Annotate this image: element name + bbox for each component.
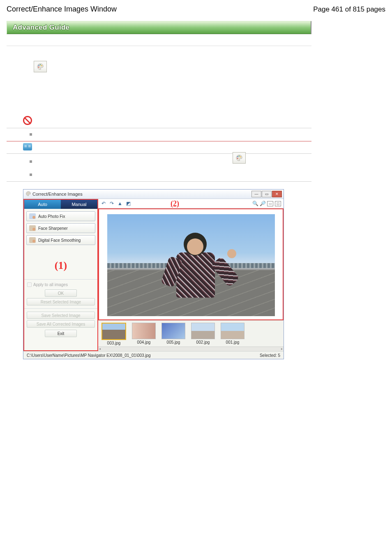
status-selected: Selected: 5 [260, 353, 280, 358]
left-panel: Auto Manual Auto Photo Fix Face Sharpene… [23, 199, 98, 351]
minimize-button[interactable]: — [251, 191, 261, 197]
window-title-text: Correct/Enhance Images [32, 192, 83, 197]
apply-all-checkbox[interactable]: Apply to all images [27, 281, 95, 288]
flip-icon[interactable]: ▲ [117, 201, 123, 206]
maximize-button[interactable]: ▭ [262, 191, 272, 197]
thumbnail-label: 001.jpg [226, 340, 240, 345]
thumbnail[interactable]: 002.jpg [191, 323, 215, 345]
digital-face-smoothing-label: Digital Face Smoothing [38, 238, 81, 243]
save-all-button[interactable]: Save All Corrected Images [27, 320, 95, 328]
rotate-right-icon[interactable]: ↷ [109, 201, 115, 206]
guide-banner: Advanced Guide [7, 21, 311, 34]
region-1-label: (1) [24, 250, 97, 279]
tab-manual[interactable]: Manual [61, 200, 97, 209]
no-entry-icon [23, 116, 32, 125]
guide-banner-text: Advanced Guide [13, 23, 69, 32]
svg-point-1 [40, 64, 41, 65]
bullet [30, 160, 32, 163]
status-path: C:\Users\UserName\Pictures\MP Navigator … [27, 353, 151, 358]
svg-point-5 [239, 155, 240, 156]
svg-point-7 [237, 158, 238, 159]
window-controls: — ▭ ✕ [251, 191, 282, 197]
thumbnail[interactable]: 004.jpg [132, 323, 156, 345]
rotate-left-icon[interactable]: ↶ [101, 201, 106, 206]
apply-all-label: Apply to all images [33, 282, 68, 287]
thumbnail[interactable]: 001.jpg [221, 323, 244, 345]
thumbnail-label: 004.jpg [137, 340, 151, 345]
svg-point-6 [240, 156, 241, 157]
fit-window-icon[interactable]: ▭ [267, 201, 273, 206]
thumbnail-label: 002.jpg [196, 340, 210, 345]
toolbar: ↶ ↷ ▲ ◩ (2) 🔍 🔎 ▭ ◫ [98, 199, 284, 208]
compare-pages-icon [23, 143, 32, 150]
palette-button-inline [233, 152, 246, 164]
right-panel: ↶ ↷ ▲ ◩ (2) 🔍 🔎 ▭ ◫ [98, 199, 284, 351]
page-number: Page 461 of 815 pages [313, 5, 385, 14]
digital-face-smoothing-button[interactable]: Digital Face Smoothing [26, 235, 95, 245]
preview-image [107, 214, 275, 316]
palette-icon [37, 63, 44, 70]
face-sharpener-icon [29, 225, 36, 231]
svg-point-4 [237, 156, 238, 157]
thumbnail[interactable]: 003.jpg [101, 323, 126, 345]
palette-icon [236, 155, 242, 161]
auto-photo-fix-label: Auto Photo Fix [38, 214, 65, 219]
apply-all-input[interactable] [27, 282, 32, 287]
zoom-in-icon[interactable]: 🔍 [252, 201, 258, 206]
bullet [30, 173, 32, 176]
window-titlebar: Correct/Enhance Images — ▭ ✕ [23, 190, 284, 199]
auto-photo-fix-button[interactable]: Auto Photo Fix [26, 211, 95, 221]
divider [7, 46, 311, 46]
region-2-label: (2) [171, 199, 179, 208]
thumbnail-strip: 003.jpg 004.jpg 005.jpg 002.jpg 001.jpg [98, 320, 284, 347]
ok-button[interactable]: OK [45, 289, 77, 297]
tab-auto[interactable]: Auto [24, 200, 61, 209]
auto-photo-fix-icon [29, 213, 36, 219]
crop-icon[interactable]: ◩ [125, 201, 131, 206]
thumbnail-label: 003.jpg [107, 341, 121, 345]
reset-selected-button[interactable]: Reset Selected Image [27, 298, 95, 305]
thumbnail-scrollbar[interactable]: ◂▸ [98, 347, 284, 351]
svg-point-2 [41, 65, 42, 66]
bullet [30, 133, 32, 136]
compare-icon[interactable]: ◫ [275, 201, 281, 206]
status-bar: C:\Users\UserName\Pictures\MP Navigator … [23, 351, 284, 359]
face-sharpener-button[interactable]: Face Sharpener [26, 223, 95, 233]
thumbnail[interactable]: 005.jpg [161, 323, 185, 345]
exit-button[interactable]: Exit [45, 330, 77, 337]
svg-point-0 [38, 65, 39, 66]
svg-point-3 [38, 67, 39, 67]
thumbnail-label: 005.jpg [167, 340, 180, 345]
zoom-out-icon[interactable]: 🔎 [260, 201, 265, 206]
digital-face-smoothing-icon [29, 237, 36, 243]
window-icon [26, 191, 31, 197]
palette-button-sample [34, 61, 47, 72]
preview-area [98, 208, 284, 320]
correct-enhance-window: Correct/Enhance Images — ▭ ✕ Auto Manual… [23, 189, 284, 359]
face-sharpener-label: Face Sharpener [38, 226, 68, 231]
close-button[interactable]: ✕ [272, 191, 282, 197]
page-title: Correct/Enhance Images Window [7, 5, 117, 14]
save-selected-button[interactable]: Save Selected Image [27, 312, 95, 319]
